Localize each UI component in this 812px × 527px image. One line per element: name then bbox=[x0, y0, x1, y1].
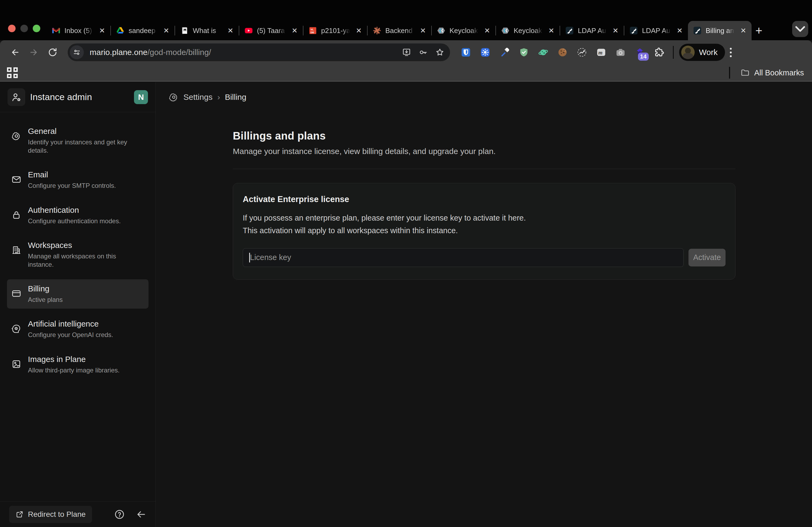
building-icon bbox=[11, 245, 22, 256]
sidebar-item-billing[interactable]: BillingActive plans bbox=[7, 279, 148, 308]
activate-button[interactable]: Activate bbox=[688, 249, 726, 267]
gmail-icon bbox=[52, 26, 61, 35]
new-tab-button[interactable]: + bbox=[751, 23, 766, 38]
settings-gear-icon bbox=[169, 92, 178, 102]
browser-tab-1[interactable]: Inbox (5)✕ bbox=[47, 21, 110, 40]
sidebar-item-description: Configure authentication modes. bbox=[28, 217, 135, 225]
m-letter-icon[interactable]: m bbox=[595, 46, 608, 59]
billing-content: Billings and plans Manage your instance … bbox=[233, 130, 736, 280]
tab-search-button[interactable] bbox=[792, 21, 808, 37]
image-icon bbox=[11, 359, 22, 370]
back-button[interactable] bbox=[8, 45, 23, 60]
password-key-icon[interactable] bbox=[418, 47, 428, 57]
puzzle-icon[interactable] bbox=[653, 46, 666, 59]
browser-tab-2[interactable]: sandeep✕ bbox=[111, 21, 175, 40]
green-shield-icon[interactable] bbox=[517, 46, 531, 59]
tab-close-icon[interactable]: ✕ bbox=[611, 26, 620, 35]
reload-button[interactable] bbox=[45, 45, 60, 60]
license-card-line1: If you possess an enterprise plan, pleas… bbox=[243, 212, 726, 224]
browser-menu-button[interactable] bbox=[730, 48, 732, 57]
address-bar[interactable]: mario.plane.one/god-mode/billing/ bbox=[68, 44, 450, 61]
keycloak-icon bbox=[437, 26, 446, 35]
tab-title: Keycloak bbox=[514, 27, 543, 35]
sidebar-item-artificial-intelligence[interactable]: Artificial intelligenceConfigure your Op… bbox=[7, 315, 148, 344]
keycloak-icon bbox=[501, 26, 510, 35]
tab-title: Backend bbox=[385, 27, 415, 35]
sidebar-item-general[interactable]: GeneralIdentify your instances and get k… bbox=[7, 122, 148, 160]
forward-button[interactable] bbox=[26, 45, 41, 60]
redirect-to-plane-label: Redirect to Plane bbox=[28, 510, 86, 519]
tab-close-icon[interactable]: ✕ bbox=[419, 26, 427, 35]
browser-tab-6[interactable]: Backend✕ bbox=[367, 21, 431, 40]
bookmarks-divider bbox=[729, 67, 730, 79]
tab-close-icon[interactable]: ✕ bbox=[483, 26, 491, 35]
license-key-input[interactable] bbox=[243, 248, 684, 267]
browser-tab-10[interactable]: LDAP Au✕ bbox=[624, 21, 688, 40]
sidebar-item-label: Billing bbox=[28, 284, 135, 293]
redirect-to-plane-button[interactable]: Redirect to Plane bbox=[9, 506, 92, 523]
notebook-icon bbox=[180, 26, 189, 35]
breadcrumb-settings[interactable]: Settings bbox=[184, 93, 213, 102]
browser-tab-9[interactable]: LDAP Au✕ bbox=[560, 21, 624, 40]
bookmark-star-icon[interactable] bbox=[435, 47, 445, 57]
content-divider bbox=[233, 169, 736, 169]
profile-button[interactable]: Work bbox=[679, 44, 725, 61]
activate-license-card: Activate Enterprise license If you posse… bbox=[233, 183, 736, 280]
instance-avatar-badge[interactable]: N bbox=[134, 90, 148, 104]
tab-list: Inbox (5)✕sandeep✕What is✕(5) Taara✕VLDB… bbox=[47, 21, 752, 40]
tab-close-icon[interactable]: ✕ bbox=[291, 26, 299, 35]
browser-tab-8[interactable]: Keycloak✕ bbox=[496, 21, 560, 40]
planet-icon[interactable] bbox=[536, 46, 550, 59]
browser-tab-3[interactable]: What is✕ bbox=[175, 21, 239, 40]
camera-icon[interactable] bbox=[614, 46, 627, 59]
fullscreen-window-button[interactable] bbox=[33, 25, 40, 32]
sidebar-item-description: Active plans bbox=[28, 296, 135, 304]
breadcrumb: Settings › Billing bbox=[156, 82, 812, 102]
tab-close-icon[interactable]: ✕ bbox=[226, 26, 234, 35]
mail-icon bbox=[11, 175, 22, 186]
sidebar-item-description: Configure your SMTP controls. bbox=[28, 181, 135, 190]
minimize-window-button[interactable] bbox=[20, 25, 28, 32]
url-text[interactable]: mario.plane.one/god-mode/billing/ bbox=[90, 48, 402, 57]
tab-close-icon[interactable]: ✕ bbox=[676, 26, 684, 35]
bookmarks-bar: All Bookmarks bbox=[0, 64, 812, 81]
sidebar-item-images-in-plane[interactable]: Images in PlaneAllow third-party image l… bbox=[7, 350, 148, 379]
browser-tab-4[interactable]: (5) Taara✕ bbox=[239, 21, 303, 40]
site-settings-button[interactable] bbox=[70, 45, 84, 59]
sidebar-item-authentication[interactable]: AuthenticationConfigure authentication m… bbox=[7, 201, 148, 230]
collapse-sidebar-arrow-icon[interactable] bbox=[135, 509, 146, 520]
browser-tab-5[interactable]: VLDBp2101-ya✕ bbox=[303, 21, 367, 40]
url-path: /god-mode/billing/ bbox=[147, 48, 211, 57]
blue-sun-icon[interactable] bbox=[478, 46, 492, 59]
toolbar-divider bbox=[673, 46, 674, 59]
apps-grid-icon[interactable] bbox=[7, 67, 18, 78]
tab-close-icon[interactable]: ✕ bbox=[98, 26, 106, 35]
browser-tab-11-active[interactable]: Billing an✕ bbox=[688, 21, 752, 40]
sidebar-item-email[interactable]: EmailConfigure your SMTP controls. bbox=[7, 165, 148, 195]
cookie-icon[interactable] bbox=[556, 46, 569, 59]
browser-tab-7[interactable]: Keycloak✕ bbox=[432, 21, 495, 40]
tab-title: p2101-ya bbox=[321, 27, 351, 35]
ai-brain-icon bbox=[11, 323, 22, 335]
close-window-button[interactable] bbox=[8, 25, 16, 32]
tab-close-icon[interactable]: ✕ bbox=[739, 26, 747, 35]
tab-close-icon[interactable]: ✕ bbox=[162, 26, 170, 35]
help-icon[interactable] bbox=[114, 509, 125, 520]
graph-icon[interactable] bbox=[575, 46, 589, 59]
all-bookmarks-button[interactable]: All Bookmarks bbox=[740, 68, 804, 77]
license-card-body: If you possess an enterprise plan, pleas… bbox=[243, 212, 726, 237]
bitwarden-icon[interactable] bbox=[459, 46, 473, 59]
tab-close-icon[interactable]: ✕ bbox=[547, 26, 555, 35]
external-link-icon bbox=[16, 510, 24, 518]
install-app-icon[interactable] bbox=[402, 47, 411, 57]
tab-close-icon[interactable]: ✕ bbox=[355, 26, 363, 35]
svg-text:DB: DB bbox=[311, 31, 315, 34]
eyedropper-icon[interactable] bbox=[498, 46, 511, 59]
sidebar-footer: Redirect to Plane bbox=[0, 501, 156, 527]
purple-stack-icon[interactable]: 14 bbox=[633, 46, 647, 59]
youtube-icon bbox=[244, 26, 253, 35]
license-card-line2: This activation will apply to all worksp… bbox=[243, 224, 726, 237]
sidebar-item-description: Configure your OpenAI creds. bbox=[28, 331, 135, 339]
vldb-icon: VLDB bbox=[308, 26, 317, 35]
sidebar-item-workspaces[interactable]: WorkspacesManage all workspaces on this … bbox=[7, 236, 148, 273]
